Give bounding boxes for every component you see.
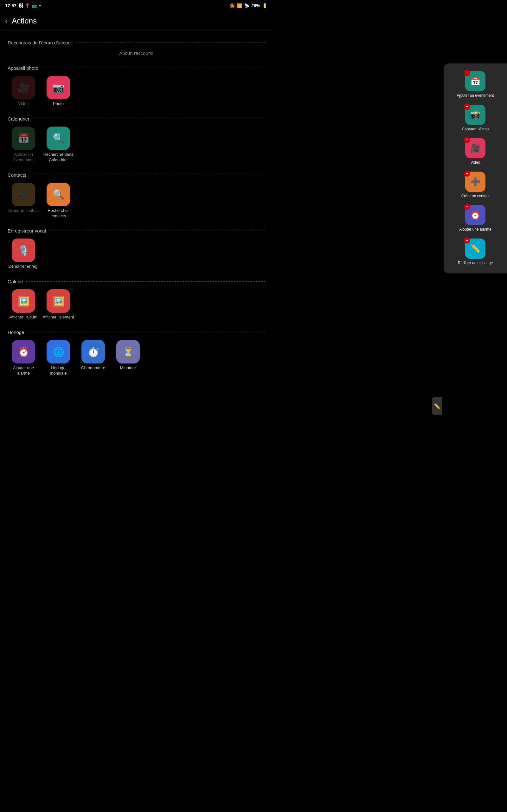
photo-label: Photo	[53, 101, 64, 107]
create-contact-icon: ➕	[12, 183, 35, 206]
app-search-calendar[interactable]: 🔍 Recherche dans Calendrier	[43, 126, 74, 163]
app-timer[interactable]: ⏳ Minuteur	[112, 340, 144, 376]
time-display: 17:57	[5, 3, 16, 8]
back-button[interactable]: ‹	[5, 17, 7, 25]
status-indicators: 🔕 📶 📡 26% 🔋	[229, 3, 268, 8]
section-clock-title: Horloge	[8, 329, 24, 335]
battery-label: 26%	[251, 3, 260, 8]
mute-icon: 🔕	[229, 3, 235, 8]
view-element-icon: 🖼️	[47, 289, 70, 313]
section-gallery-line	[26, 281, 265, 282]
app-start-recording[interactable]: 🎙️ Démarrer enreg.	[8, 239, 39, 269]
app-chronometer[interactable]: ⏱️ Chronomètre	[77, 340, 109, 376]
search-contacts-label: Rechercher contacts	[43, 208, 74, 219]
section-clock-header: Horloge	[8, 329, 265, 335]
search-calendar-icon: 🔍	[47, 126, 70, 150]
gallery-grid: 🖼️ Afficher l'album 🖼️ Afficher l'élémen…	[8, 289, 265, 320]
clock-grid: ⏰ Ajouter une alarme 🌐 Horloge mondiale …	[8, 340, 265, 376]
app-world-clock[interactable]: 🌐 Horloge mondiale	[43, 340, 74, 376]
status-time: 17:57 🖼 📍 📺 •	[5, 3, 41, 8]
timer-icon: ⏳	[116, 340, 140, 363]
section-calendar-header: Calendrier	[8, 116, 265, 121]
section-contacts-header: Contacts	[8, 172, 265, 177]
contacts-grid: ➕ Créer un contact 🔍 Rechercher contacts	[8, 183, 265, 219]
section-contacts-title: Contacts	[8, 172, 26, 177]
section-camera-title: Appareil photo	[8, 65, 38, 71]
add-alarm-icon: ⏰	[12, 340, 35, 363]
wifi-icon: 📶	[237, 3, 242, 8]
section-voice-header: Enregistreur vocal	[8, 228, 265, 234]
signal-icon: 📡	[244, 3, 249, 8]
page-title: Actions	[12, 16, 37, 26]
voice-grid: 🎙️ Démarrer enreg.	[8, 239, 265, 269]
timer-label: Minuteur	[120, 365, 136, 371]
start-recording-label: Démarrer enreg.	[8, 264, 38, 269]
add-event-label: Ajouter un événement	[8, 152, 39, 163]
video-icon: 🎥	[12, 76, 35, 99]
no-shortcut-label: Aucun raccourci	[8, 50, 265, 56]
view-album-icon: 🖼️	[12, 289, 35, 313]
create-contact-label: Créer un contact	[8, 208, 39, 213]
app-add-event[interactable]: 📅 Ajouter un événement	[8, 126, 39, 163]
section-shortcuts-header: Raccourcis de l'écran d'accueil	[8, 40, 265, 45]
section-gallery-title: Galerie	[8, 279, 23, 284]
status-bar: 17:57 🖼 📍 📺 • 🔕 📶 📡 26% 🔋	[0, 0, 273, 11]
section-voice-title: Enregistreur vocal	[8, 228, 46, 234]
world-clock-label: Horloge mondiale	[43, 365, 74, 376]
app-create-contact[interactable]: ➕ Créer un contact	[8, 183, 39, 219]
location-icon: 📍	[25, 3, 30, 8]
section-calendar-title: Calendrier	[8, 116, 30, 121]
search-calendar-label: Recherche dans Calendrier	[43, 152, 74, 163]
video-label: Vidéo	[18, 101, 29, 107]
top-bar: ‹ Actions	[0, 11, 273, 31]
main-content: Raccourcis de l'écran d'accueil Aucun ra…	[0, 40, 273, 389]
app-photo[interactable]: 📷 Photo	[43, 76, 74, 107]
view-album-label: Afficher l'album	[9, 315, 38, 320]
dot-icon: •	[39, 3, 41, 8]
chrono-icon: ⏱️	[81, 340, 105, 363]
search-contacts-icon: 🔍	[47, 183, 70, 206]
photo-icon: 📷	[47, 76, 70, 99]
view-element-label: Afficher l'élément	[43, 315, 74, 320]
section-clock-line	[27, 332, 265, 333]
add-alarm-label: Ajouter une alarme	[8, 365, 39, 376]
app-search-contacts[interactable]: 🔍 Rechercher contacts	[43, 183, 74, 219]
app-view-album[interactable]: 🖼️ Afficher l'album	[8, 289, 39, 320]
app-add-alarm[interactable]: ⏰ Ajouter une alarme	[8, 340, 39, 376]
section-camera-line	[42, 68, 265, 68]
section-shortcuts-title: Raccourcis de l'écran d'accueil	[8, 40, 72, 45]
section-shortcuts-line	[76, 43, 265, 43]
world-clock-icon: 🌐	[47, 340, 70, 363]
app-video[interactable]: 🎥 Vidéo	[8, 76, 39, 107]
calendar-grid: 📅 Ajouter un événement 🔍 Recherche dans …	[8, 126, 265, 163]
photo-icon: 🖼	[18, 3, 23, 8]
chrono-label: Chronomètre	[81, 365, 105, 371]
section-voice-line	[49, 231, 265, 231]
battery-icon: 🔋	[262, 3, 268, 8]
twitch-icon: 📺	[32, 3, 38, 8]
section-camera-header: Appareil photo	[8, 65, 265, 71]
app-view-element[interactable]: 🖼️ Afficher l'élément	[43, 289, 74, 320]
add-event-icon: 📅	[12, 126, 35, 150]
section-gallery-header: Galerie	[8, 279, 265, 284]
start-recording-icon: 🎙️	[12, 239, 35, 262]
section-contacts-line	[30, 175, 265, 175]
camera-grid: 🎥 Vidéo 📷 Photo	[8, 76, 265, 107]
